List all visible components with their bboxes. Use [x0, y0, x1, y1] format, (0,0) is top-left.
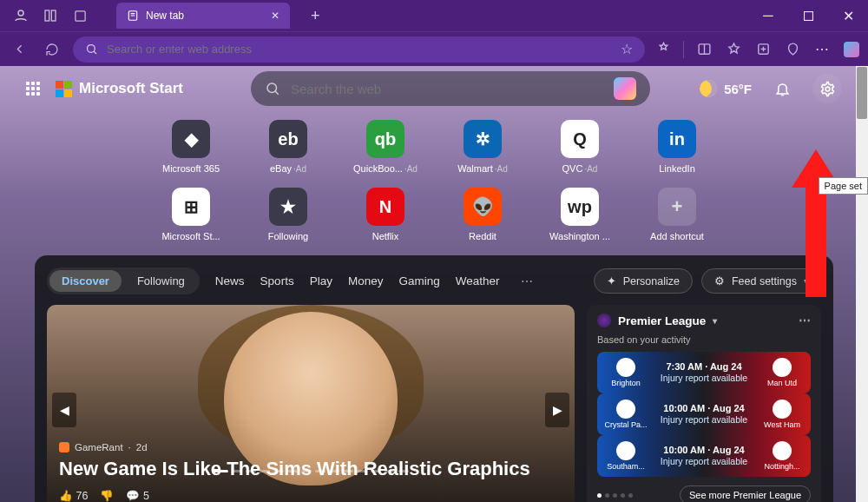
personalize-button[interactable]: ✦Personalize: [594, 268, 693, 294]
hero-source: GameRant: [75, 442, 123, 452]
brand-logo[interactable]: Microsoft Start: [56, 80, 183, 97]
like-button[interactable]: 👍 76: [59, 489, 88, 502]
web-search-box[interactable]: [251, 71, 650, 106]
quick-link-tile: ✲: [464, 120, 502, 158]
quick-link-item[interactable]: eb eBay·Ad: [257, 120, 319, 174]
svg-rect-1: [45, 10, 49, 21]
search-icon: [85, 43, 98, 56]
hero-prev-button[interactable]: ◀: [52, 393, 76, 427]
collections-icon[interactable]: [753, 40, 773, 59]
quick-link-tile: +: [658, 188, 696, 226]
browser-essentials-icon[interactable]: [783, 40, 802, 59]
web-search-input[interactable]: [291, 82, 603, 96]
extensions-icon[interactable]: [654, 40, 673, 59]
quick-link-tile: eb: [269, 120, 307, 158]
quick-link-item[interactable]: in LinkedIn: [646, 120, 708, 174]
brand-text: Microsoft Start: [79, 80, 183, 97]
tab-play[interactable]: Play: [310, 274, 332, 287]
svg-point-6: [88, 45, 95, 53]
window-minimize-button[interactable]: ─: [748, 0, 788, 31]
see-more-button[interactable]: See more Premier League: [680, 485, 811, 502]
feed-primary-tabs: Discover Following: [47, 268, 200, 294]
svg-point-10: [825, 87, 830, 91]
quick-link-label: Add shortcut: [650, 231, 704, 241]
annotation-arrow: [792, 149, 840, 297]
tab-discover[interactable]: Discover: [49, 270, 122, 292]
window-close-button[interactable]: ✕: [828, 0, 868, 31]
address-input[interactable]: [107, 43, 612, 56]
home-team: Brighton: [611, 379, 641, 387]
scrollbar-thumb[interactable]: [857, 67, 867, 119]
page-settings-tooltip: Page set: [819, 177, 868, 195]
hero-age: 2d: [136, 442, 148, 452]
quick-link-tile: ★: [269, 188, 307, 226]
new-tab-button[interactable]: +: [311, 7, 320, 25]
away-team: Man Utd: [767, 379, 797, 387]
tab-sports[interactable]: Sports: [260, 274, 294, 287]
feed-more-tabs[interactable]: ⋯: [521, 274, 533, 288]
quick-link-item[interactable]: N Netflix: [354, 188, 417, 241]
match-row[interactable]: Crystal Pa... 10:00 AM · Aug 24Injury re…: [597, 393, 811, 435]
tab-close-button[interactable]: ✕: [271, 10, 279, 22]
match-row[interactable]: Southam... 10:00 AM · Aug 24Injury repor…: [597, 435, 811, 477]
quick-link-item[interactable]: Q QVC·Ad: [549, 120, 611, 174]
browser-tab[interactable]: New tab ✕: [116, 3, 290, 29]
quick-link-label: Reddit: [469, 231, 496, 241]
svg-rect-2: [51, 10, 56, 21]
profile-icon[interactable]: [12, 7, 30, 24]
quick-link-item[interactable]: qb QuickBoo...·Ad: [354, 120, 417, 174]
tab-actions-icon[interactable]: [71, 7, 89, 24]
scrollbar-track[interactable]: [856, 66, 868, 502]
quick-link-item[interactable]: ★ Following: [257, 188, 319, 241]
match-info: 7:30 AM · Aug 24Injury report available: [654, 361, 753, 385]
address-bar[interactable]: ☆: [73, 36, 645, 63]
home-team: Crystal Pa...: [604, 420, 647, 429]
back-button[interactable]: [7, 37, 31, 62]
hero-next-button[interactable]: ▶: [545, 393, 569, 427]
quick-link-label: Walmart·Ad: [457, 163, 508, 174]
hero-card[interactable]: ◀ ▶ GameRant·2d New Game Is Like The Sim…: [47, 305, 575, 502]
quick-link-item[interactable]: wp Washington ...: [549, 188, 611, 241]
tab-weather[interactable]: Weather: [456, 274, 500, 287]
more-menu-icon[interactable]: ⋯: [812, 40, 832, 59]
sports-more-icon[interactable]: ⋯: [799, 314, 811, 327]
quick-links: ◆ Microsoft 365eb eBay·Adqb QuickBoo...·…: [0, 111, 868, 250]
home-team: Southam...: [607, 462, 645, 471]
sports-pager[interactable]: [597, 493, 633, 498]
tab-following[interactable]: Following: [125, 270, 197, 292]
copilot-icon[interactable]: [614, 77, 636, 100]
quick-link-tile: wp: [561, 188, 599, 226]
quick-link-item[interactable]: 👽 Reddit: [451, 188, 514, 241]
sports-card: Premier League ▾ ⋯ Based on your activit…: [587, 305, 821, 502]
quick-link-label: LinkedIn: [659, 163, 695, 174]
refresh-button[interactable]: [40, 37, 64, 62]
comments-button[interactable]: 💬 5: [126, 489, 148, 502]
moon-icon: [700, 80, 717, 97]
app-launcher-icon[interactable]: [26, 82, 40, 96]
split-screen-icon[interactable]: [694, 40, 713, 59]
sports-title[interactable]: Premier League: [618, 314, 706, 327]
quick-link-item[interactable]: ◆ Microsoft 365: [160, 120, 222, 174]
favorite-star-icon[interactable]: ☆: [621, 41, 633, 57]
page-settings-button[interactable]: [812, 74, 842, 103]
svg-point-9: [267, 83, 277, 93]
match-row[interactable]: Brighton 7:30 AM · Aug 24Injury report a…: [597, 352, 811, 393]
quick-link-tile: N: [366, 188, 404, 226]
window-maximize-button[interactable]: [788, 0, 828, 31]
chevron-down-icon[interactable]: ▾: [713, 316, 717, 326]
tab-gaming[interactable]: Gaming: [398, 274, 439, 287]
workspaces-icon[interactable]: [42, 7, 59, 24]
quick-link-tile: ◆: [172, 120, 210, 158]
favorites-icon[interactable]: [724, 40, 743, 59]
quick-link-tile: 👽: [464, 188, 502, 226]
copilot-sidebar-icon[interactable]: [842, 40, 861, 59]
quick-link-item[interactable]: ✲ Walmart·Ad: [451, 120, 514, 174]
tab-news[interactable]: News: [215, 274, 245, 287]
dislike-button[interactable]: 👎: [100, 489, 114, 502]
quick-link-item[interactable]: ⊞ Microsoft St...: [160, 188, 222, 241]
sports-subtitle: Based on your activity: [597, 334, 811, 345]
notifications-button[interactable]: [767, 74, 797, 103]
quick-link-item[interactable]: + Add shortcut: [646, 188, 708, 241]
tab-money[interactable]: Money: [348, 274, 384, 287]
weather-widget[interactable]: 56°F: [700, 80, 752, 97]
